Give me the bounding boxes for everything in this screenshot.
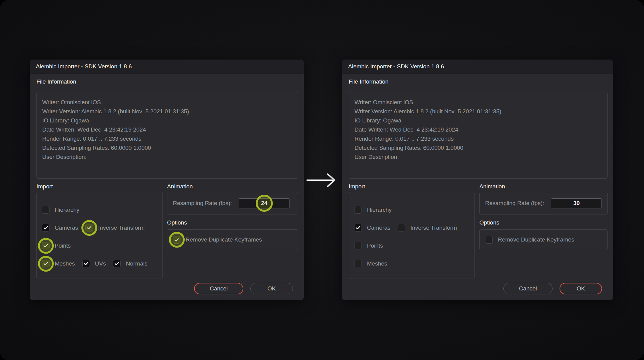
file-info-line: User Description: xyxy=(355,153,602,162)
checkbox-label: Cameras xyxy=(367,225,390,231)
ok-button[interactable]: OK xyxy=(250,283,293,294)
resampling-rate-label: Resampling Rate (fps): xyxy=(485,200,544,207)
checkbox-hierarchy[interactable]: Hierarchy xyxy=(354,206,392,214)
resampling-rate-value: 24 xyxy=(261,200,267,207)
checkbox-remove-duplicate-keyframes[interactable]: Remove Duplicate Keyframes xyxy=(173,236,262,244)
file-information-box: Writer: Omniscient iOS Writer Version: A… xyxy=(349,92,608,179)
checkbox-points[interactable]: Points xyxy=(42,242,71,249)
checkbox-label: Remove Duplicate Keyframes xyxy=(186,236,262,243)
checkmark-icon xyxy=(43,225,49,231)
checkbox-label: Inverse Transform xyxy=(98,225,145,231)
remove-duplicate-keyframes-checkbox xyxy=(173,236,180,244)
checkbox-label: Meshes xyxy=(367,260,387,267)
options-box: Remove Duplicate Keyframes xyxy=(479,229,608,250)
file-information-label: File Information xyxy=(349,78,389,85)
checkbox-label: Hierarchy xyxy=(55,207,79,213)
inverse-transform-checkbox xyxy=(398,224,405,231)
import-section-label: Import xyxy=(36,183,53,190)
checkbox-label: Points xyxy=(367,242,383,249)
checkbox-inverse-transform[interactable]: Inverse Transform xyxy=(85,224,145,231)
import-box: Hierarchy Cameras Inverse Transfor xyxy=(36,192,163,279)
file-info-line: Detected Sampling Rates: 60.0000 1.0000 xyxy=(42,143,293,153)
animation-box: Resampling Rate (fps): 30 xyxy=(479,192,608,214)
resampling-rate-input[interactable]: 30 xyxy=(551,198,602,208)
file-info-line: User Description: xyxy=(42,153,293,162)
checkbox-label: UVs xyxy=(95,260,106,267)
cameras-checkbox xyxy=(42,224,50,231)
remove-duplicate-keyframes-checkbox xyxy=(485,236,493,244)
checkbox-label: Remove Duplicate Keyframes xyxy=(498,236,574,243)
options-section-label: Options xyxy=(167,219,187,226)
ok-button[interactable]: OK xyxy=(560,283,602,294)
file-info-line: Render Range: 0.017 .. 7.233 seconds xyxy=(42,134,293,143)
checkbox-label: Cameras xyxy=(55,225,78,231)
dialog-title: Alembic Importer - SDK Version 1.8.6 xyxy=(348,63,444,70)
checkbox-label: Meshes xyxy=(55,260,75,267)
checkbox-points[interactable]: Points xyxy=(354,242,383,249)
animation-section-label: Animation xyxy=(167,183,193,190)
cancel-button[interactable]: Cancel xyxy=(194,283,243,294)
file-info-line: Writer: Omniscient iOS xyxy=(42,98,293,107)
checkbox-meshes[interactable]: Meshes xyxy=(354,260,387,267)
file-info-line: Detected Sampling Rates: 60.0000 1.0000 xyxy=(355,143,602,153)
options-box: Remove Duplicate Keyframes xyxy=(167,229,298,250)
uvs-checkbox xyxy=(82,260,90,267)
checkbox-normals[interactable]: Normals xyxy=(113,260,147,267)
dialog-titlebar[interactable]: Alembic Importer - SDK Version 1.8.6 xyxy=(30,60,304,74)
checkmark-icon xyxy=(174,237,180,243)
cameras-checkbox xyxy=(354,224,362,231)
dialog-titlebar[interactable]: Alembic Importer - SDK Version 1.8.6 xyxy=(342,60,613,74)
inverse-transform-checkbox xyxy=(85,224,93,231)
animation-section-label: Animation xyxy=(479,183,505,190)
right-arrow-icon xyxy=(305,172,341,189)
normals-checkbox xyxy=(113,260,121,267)
canvas-background: Alembic Importer - SDK Version 1.8.6 Fil… xyxy=(0,0,644,360)
file-info-line: Writer Version: Alembic 1.8.2 (built Nov… xyxy=(42,107,293,116)
checkmark-icon xyxy=(43,243,49,249)
checkmark-icon xyxy=(83,261,89,266)
meshes-checkbox xyxy=(354,260,362,267)
hierarchy-checkbox xyxy=(354,206,362,214)
dialog-buttons: Cancel OK xyxy=(503,283,602,294)
checkbox-cameras[interactable]: Cameras xyxy=(42,224,78,231)
import-section-label: Import xyxy=(349,183,365,190)
points-checkbox xyxy=(354,242,362,249)
file-info-line: Date Written: Wed Dec 4 23:42:19 2024 xyxy=(355,125,602,134)
options-section-label: Options xyxy=(479,219,499,226)
file-information-box: Writer: Omniscient iOS Writer Version: A… xyxy=(36,92,298,179)
checkmark-icon xyxy=(43,261,49,266)
checkbox-uvs[interactable]: UVs xyxy=(82,260,106,267)
resampling-rate-value: 30 xyxy=(573,200,580,207)
file-info-line: Writer: Omniscient iOS xyxy=(355,98,602,107)
checkbox-cameras[interactable]: Cameras xyxy=(354,224,390,231)
resampling-rate-input[interactable]: 24 xyxy=(239,198,289,208)
cancel-button[interactable]: Cancel xyxy=(503,283,553,294)
alembic-importer-dialog-right: Alembic Importer - SDK Version 1.8.6 Fil… xyxy=(342,60,613,300)
checkbox-meshes[interactable]: Meshes xyxy=(42,260,75,267)
checkbox-label: Inverse Transform xyxy=(410,225,457,231)
file-info-line: Writer Version: Alembic 1.8.2 (built Nov… xyxy=(355,107,602,116)
checkbox-inverse-transform[interactable]: Inverse Transform xyxy=(398,224,457,231)
checkmark-icon xyxy=(355,225,361,231)
points-checkbox xyxy=(42,242,50,249)
file-info-line: Date Written: Wed Dec 4 23:42:19 2024 xyxy=(42,125,293,134)
file-info-line: Render Range: 0.017 .. 7.233 seconds xyxy=(355,134,602,143)
checkmark-icon xyxy=(114,261,120,266)
hierarchy-checkbox xyxy=(42,206,50,214)
checkbox-hierarchy[interactable]: Hierarchy xyxy=(42,206,79,214)
dialog-buttons: Cancel OK xyxy=(194,283,293,294)
alembic-importer-dialog-left: Alembic Importer - SDK Version 1.8.6 Fil… xyxy=(30,60,304,300)
checkbox-label: Normals xyxy=(126,260,147,267)
file-information-label: File Information xyxy=(36,78,76,85)
animation-box: Resampling Rate (fps): 24 xyxy=(167,192,298,214)
dialog-title: Alembic Importer - SDK Version 1.8.6 xyxy=(36,63,132,70)
checkbox-label: Hierarchy xyxy=(367,207,392,213)
meshes-checkbox xyxy=(42,260,50,267)
file-info-line: IO Library: Ogawa xyxy=(42,116,293,125)
checkbox-remove-duplicate-keyframes[interactable]: Remove Duplicate Keyframes xyxy=(485,236,574,244)
resampling-rate-label: Resampling Rate (fps): xyxy=(173,200,232,207)
file-info-line: IO Library: Ogawa xyxy=(355,116,602,125)
import-box: Hierarchy Cameras Inverse Transfor xyxy=(349,192,475,279)
checkbox-label: Points xyxy=(55,242,71,249)
checkmark-icon xyxy=(86,225,92,231)
